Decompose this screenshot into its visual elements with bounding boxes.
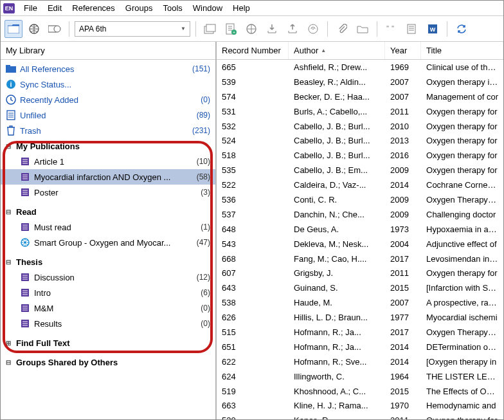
- table-row[interactable]: 607Grigsby, J.2011Oxygen therapy for: [217, 266, 503, 280]
- menu-references[interactable]: References: [67, 2, 120, 14]
- sidebar-sync-status-[interactable]: iSync Status...: [1, 77, 215, 92]
- table-row[interactable]: 668Fang, M.; Cao, H....2017Levosimendan …: [217, 251, 503, 266]
- table-row[interactable]: 624Illingworth, C.1964THE LISTER LECTUR: [217, 369, 503, 384]
- cell-record-number: 519: [217, 387, 289, 396]
- insert-citation-button[interactable]: ””: [382, 20, 401, 38]
- export-button[interactable]: [284, 20, 302, 38]
- expand-icon[interactable]: ⊞: [6, 340, 14, 347]
- style-dropdown[interactable]: APA 6th ▼: [75, 21, 190, 37]
- table-row[interactable]: 665Ashfield, R.; Drew...1969Clinical use…: [217, 60, 503, 75]
- group-icon: [20, 272, 30, 282]
- cell-title: Myocardial ischemi: [421, 313, 503, 322]
- sidebar-header[interactable]: My Library: [1, 42, 215, 60]
- table-row[interactable]: 574Becker, D. E.; Haa...2007Management o…: [217, 89, 503, 104]
- menu-edit[interactable]: Edit: [42, 2, 67, 14]
- cell-record-number: 665: [217, 62, 289, 72]
- sidebar-body: All References(151)iSync Status...Recent…: [1, 60, 215, 420]
- table-row[interactable]: 537Danchin, N.; Che...2009Challenging do…: [217, 207, 503, 222]
- svg-text:”: ”: [386, 24, 389, 33]
- group-item[interactable]: Article 1(10): [1, 154, 215, 169]
- table-row[interactable]: 648De Geus, A.1973Hypoxaemia in acut: [217, 222, 503, 237]
- cell-author: Grigsby, J.: [289, 268, 385, 278]
- cell-record-number: 624: [217, 372, 289, 381]
- table-row[interactable]: 622Hofmann, R.; Sve...2014[Oxygen therap…: [217, 354, 503, 369]
- group-thesis[interactable]: ⊟Thesis: [1, 254, 215, 269]
- column-year[interactable]: Year: [385, 42, 421, 59]
- table-row[interactable]: 532Cabello, J. B.; Burl...2010Oxygen the…: [217, 119, 503, 134]
- group-groups-shared-by-others[interactable]: ⊟Groups Shared by Others: [1, 354, 215, 370]
- svg-rect-17: [408, 24, 415, 33]
- group-icon: [20, 222, 30, 232]
- sidebar-unfiled[interactable]: Unfiled(89): [1, 107, 215, 123]
- group-item[interactable]: Poster(3): [1, 185, 215, 200]
- format-bibliography-button[interactable]: [403, 20, 421, 38]
- collapse-icon[interactable]: ⊟: [6, 143, 14, 150]
- table-row[interactable]: 524Cabello, J. B.; Burl...2013Oxygen the…: [217, 133, 503, 148]
- collapse-icon[interactable]: ⊟: [6, 359, 14, 366]
- collapse-icon[interactable]: ⊟: [6, 259, 14, 266]
- cell-record-number: 626: [217, 313, 289, 322]
- menu-groups[interactable]: Groups: [120, 2, 158, 14]
- group-item[interactable]: Myocardial infarction AND Oxygen ...(58): [1, 169, 215, 185]
- sidebar-trash[interactable]: Trash(231): [1, 123, 215, 138]
- new-reference-button[interactable]: +: [222, 20, 240, 38]
- group-item[interactable]: Results(0): [1, 316, 215, 331]
- table-row[interactable]: 539Beasley, R.; Aldin...2007Oxygen thera…: [217, 75, 503, 89]
- cell-author: Kones, R.: [289, 415, 385, 420]
- table-row[interactable]: 643Guinand, S.2015[Infarction with ST s: [217, 280, 503, 295]
- table-row[interactable]: 626Hillis, L. D.; Braun...1977Myocardial…: [217, 310, 503, 325]
- toolbar: APA 6th ▼ + ”” W: [1, 16, 503, 42]
- menu-window[interactable]: Window: [188, 2, 228, 14]
- table-row[interactable]: 535Cabello, J. B.; Em...2009Oxygen thera…: [217, 163, 503, 178]
- column-author[interactable]: Author▲: [289, 42, 385, 59]
- table-row[interactable]: 530Kones, R.2011Oxygen therapy for: [217, 413, 503, 420]
- cell-title: Oxygen therapy for: [421, 151, 503, 160]
- local-library-button[interactable]: [4, 20, 22, 38]
- collapse-icon[interactable]: ⊟: [6, 208, 14, 215]
- sidebar-all-references[interactable]: All References(151): [1, 61, 215, 77]
- menu-tools[interactable]: Tools: [158, 2, 187, 14]
- online-search-button[interactable]: [242, 20, 260, 38]
- table-row[interactable]: 519Khoshnood, A.; C...2015The Effects of…: [217, 384, 503, 399]
- open-folder-button[interactable]: [354, 20, 372, 38]
- group-find-full-text[interactable]: ⊞Find Full Text: [1, 335, 215, 351]
- group-read[interactable]: ⊟Read: [1, 204, 215, 219]
- group-icon: [20, 303, 30, 313]
- table-row[interactable]: 651Hofmann, R.; Ja...2014DETermination o…: [217, 340, 503, 354]
- svg-rect-24: [6, 65, 10, 67]
- copy-to-library-button[interactable]: [201, 20, 219, 38]
- menu-file[interactable]: File: [19, 2, 42, 14]
- group-item[interactable]: Smart Group - Oxygen and Myocar...(47): [1, 235, 215, 250]
- sync-button[interactable]: [453, 20, 471, 38]
- group-item[interactable]: M&M(0): [1, 300, 215, 316]
- group-item[interactable]: Intro(6): [1, 285, 215, 300]
- table-row[interactable]: 536Conti, C. R.2009Oxygen Therapy-Us: [217, 192, 503, 207]
- cell-record-number: 522: [217, 180, 289, 190]
- cell-title: Challenging doctor: [421, 210, 503, 219]
- find-fulltext-button[interactable]: [304, 20, 322, 38]
- cell-title: Oxygen Therapy in S: [421, 327, 503, 337]
- menu-help[interactable]: Help: [228, 2, 255, 14]
- table-row[interactable]: 531Burls, A.; Cabello,...2011Oxygen ther…: [217, 104, 503, 119]
- group-item[interactable]: Must read(1): [1, 219, 215, 235]
- table-row[interactable]: 522Caldeira, D.; Vaz-...2014Cochrane Cor…: [217, 178, 503, 192]
- table-row[interactable]: 515Hofmann, R.; Ja...2017Oxygen Therapy …: [217, 325, 503, 340]
- sidebar-recently-added[interactable]: Recently Added(0): [1, 92, 215, 107]
- cell-year: 2004: [385, 239, 421, 249]
- table-row[interactable]: 543Dekleva, M.; Nesk...2004Adjunctive ef…: [217, 237, 503, 251]
- cell-year: 2017: [385, 254, 421, 264]
- table-row[interactable]: 518Cabello, J. B.; Burl...2016Oxygen the…: [217, 148, 503, 163]
- group-item[interactable]: Discussion(12): [1, 269, 215, 285]
- online-mode-button[interactable]: [25, 20, 43, 38]
- integrated-mode-button[interactable]: [46, 20, 64, 38]
- column-title[interactable]: Title: [421, 42, 503, 59]
- column-record-number[interactable]: Record Number: [217, 42, 289, 59]
- cite-in-word-button[interactable]: W: [424, 20, 442, 38]
- import-button[interactable]: [263, 20, 281, 38]
- group-my-publications[interactable]: ⊟My Publications: [1, 138, 215, 154]
- attach-button[interactable]: [333, 20, 351, 38]
- svg-point-14: [312, 28, 314, 30]
- table-row[interactable]: 663Kline, H. J.; Rama...1970Hemodynamic …: [217, 398, 503, 413]
- cell-author: Conti, C. R.: [289, 195, 385, 205]
- table-row[interactable]: 538Haude, M.2007A prospective, randc: [217, 295, 503, 310]
